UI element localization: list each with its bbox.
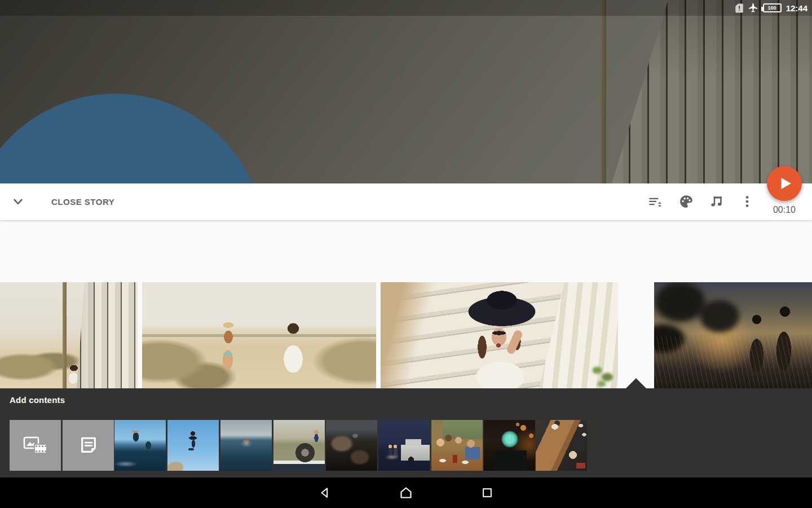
battery-icon: 100 (763, 3, 782, 12)
media-thumbnail-1[interactable] (114, 420, 166, 471)
chevron-down-icon (11, 194, 25, 209)
close-story-button[interactable]: CLOSE STORY (51, 197, 114, 207)
status-icons: 100 12:44 (735, 0, 807, 16)
insert-position-caret (625, 378, 647, 389)
media-thumbnail-3[interactable] (220, 420, 272, 471)
hero-dim-overlay (0, 0, 812, 183)
home-icon (399, 486, 413, 500)
palette-icon (679, 194, 694, 209)
photo-detail (654, 336, 812, 388)
overflow-menu-icon (740, 194, 754, 209)
clock: 12:44 (786, 3, 807, 13)
timeline-strip (0, 220, 812, 388)
photo-detail (506, 329, 524, 355)
story-duration: 00:10 (762, 205, 807, 215)
back-icon (319, 487, 331, 499)
editor-toolbar: CLOSE STORY (0, 183, 812, 220)
battery-percent: 100 (768, 5, 776, 11)
play-button[interactable] (767, 166, 802, 201)
photo-filmstrip-icon (23, 435, 48, 456)
media-thumbnail-4[interactable] (273, 420, 325, 471)
add-contents-panel: Add contents (0, 388, 812, 478)
media-thumbnail-7[interactable] (431, 420, 483, 471)
add-text-button[interactable] (63, 420, 114, 471)
theme-button[interactable] (673, 188, 700, 215)
media-thumbnail-9[interactable] (536, 420, 587, 471)
recents-icon (481, 487, 493, 499)
overflow-menu-button[interactable] (734, 188, 761, 215)
home-button[interactable] (392, 480, 420, 505)
play-icon (777, 175, 794, 192)
movie-creator-screen: 100 12:44 CLOSE STORY (0, 0, 812, 508)
media-thumbnail-2[interactable] (167, 420, 219, 471)
timeline-photo-1[interactable] (0, 282, 138, 388)
android-nav-bar (0, 478, 812, 508)
music-button[interactable] (703, 188, 730, 215)
music-note-icon (709, 194, 723, 209)
timeline-photo-2[interactable] (142, 282, 376, 388)
timeline-photo-4[interactable] (654, 282, 812, 388)
status-bar: 100 12:44 (0, 0, 812, 16)
recents-button[interactable] (474, 480, 501, 505)
reorder-clips-button[interactable] (642, 188, 669, 215)
photo-detail (68, 282, 138, 388)
back-button[interactable] (311, 480, 338, 505)
add-contents-title: Add contents (10, 395, 65, 405)
collapse-story-button[interactable] (5, 188, 32, 215)
airplane-mode-icon (748, 3, 758, 14)
playlist-sort-icon (648, 194, 663, 209)
photo-detail (63, 282, 67, 388)
video-preview[interactable]: 100 12:44 (0, 0, 812, 183)
media-thumbnail-8[interactable] (484, 420, 535, 471)
note-text-icon (79, 436, 98, 455)
timeline-photo-3[interactable] (381, 282, 618, 388)
media-thumbnail-5[interactable] (326, 420, 377, 471)
photo-detail (588, 360, 617, 388)
no-sim-icon (735, 3, 743, 13)
media-thumbnail-6[interactable] (378, 420, 430, 471)
add-photo-video-button[interactable] (10, 420, 61, 471)
